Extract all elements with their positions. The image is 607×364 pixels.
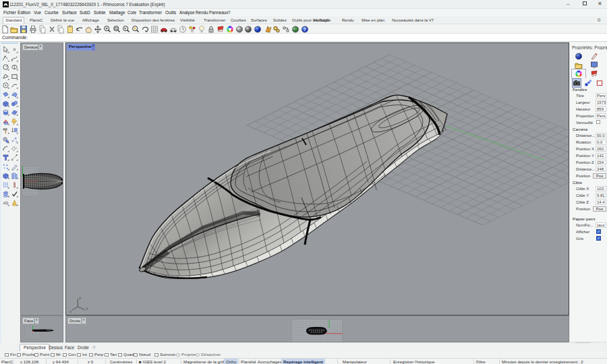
svg-text:x: x	[69, 309, 71, 313]
svg-text:z: z	[79, 296, 81, 300]
svg-text:y: y	[86, 306, 88, 310]
svg-text:?: ?	[304, 27, 306, 32]
